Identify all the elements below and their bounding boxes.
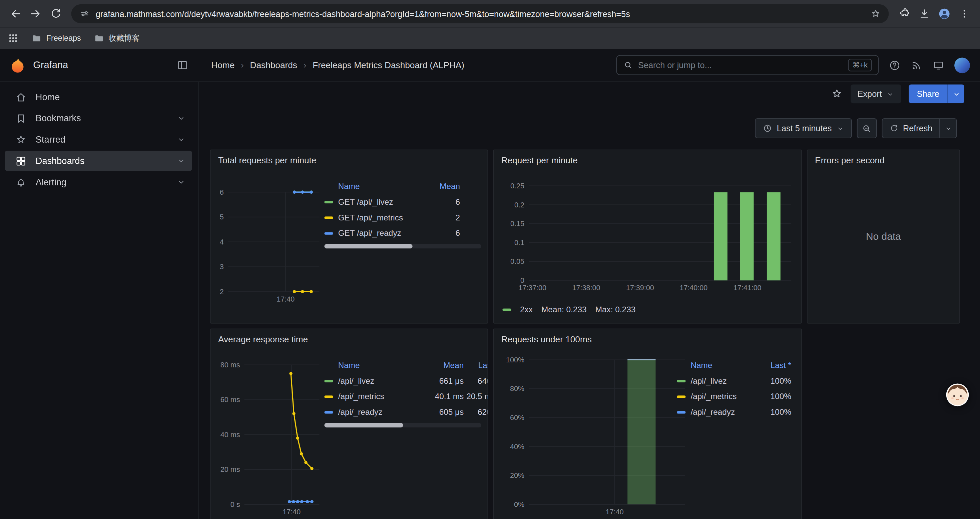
legend-row[interactable]: GET /api/_readyz6 bbox=[324, 225, 460, 241]
url-text[interactable]: grafana.mathmast.com/d/deytv4rwavabkb/fr… bbox=[96, 9, 865, 18]
back-button[interactable] bbox=[6, 4, 25, 23]
refresh-label: Refresh bbox=[903, 124, 932, 133]
profile-button[interactable] bbox=[935, 4, 954, 23]
bookmark-icon bbox=[15, 112, 27, 124]
news-rss-icon[interactable] bbox=[911, 59, 923, 71]
time-range-label: Last 5 minutes bbox=[777, 124, 832, 133]
legend-row[interactable]: /api/_metrics40.1 ms20.5 m bbox=[324, 389, 488, 404]
legend-column-header[interactable]: Mean bbox=[425, 360, 464, 369]
series-color-dash bbox=[324, 379, 333, 382]
refresh-button[interactable]: Refresh bbox=[881, 118, 957, 138]
legend-header-row: NameMean bbox=[324, 178, 460, 194]
legend-scrollbar[interactable] bbox=[324, 423, 481, 428]
sidebar-item-alerting[interactable]: Alerting bbox=[5, 172, 192, 192]
series-color-dash bbox=[502, 308, 511, 311]
legend-row[interactable]: /api/_livez100% bbox=[677, 373, 791, 389]
svg-text:17:37:00: 17:37:00 bbox=[519, 284, 546, 292]
breadcrumb-home[interactable]: Home bbox=[211, 60, 234, 70]
sidebar-item-home[interactable]: Home bbox=[5, 87, 192, 107]
svg-text:40%: 40% bbox=[510, 443, 524, 451]
legend-row[interactable]: GET /api/_metrics2 bbox=[324, 210, 460, 225]
refresh-interval-button[interactable] bbox=[939, 119, 956, 137]
user-avatar[interactable] bbox=[954, 57, 970, 73]
grafana-brand[interactable]: Grafana bbox=[33, 59, 68, 71]
dashboard-actions: Export Share bbox=[830, 85, 964, 103]
folder-icon bbox=[31, 33, 42, 43]
bookmark-item-blog[interactable]: 收藏博客 bbox=[94, 33, 140, 43]
browser-window: grafana.mathmast.com/d/deytv4rwavabkb/fr… bbox=[0, 0, 980, 519]
share-button[interactable]: Share bbox=[908, 85, 964, 103]
series-color-dash bbox=[324, 232, 333, 234]
panel-average-response-time: Average response time 80 ms60 ms40 ms20 … bbox=[210, 329, 488, 519]
legend-row[interactable]: /api/_readyz605 μs620 bbox=[324, 404, 488, 420]
legend-table: NameMeanGET /api/_livez6GET /api/_metric… bbox=[324, 178, 460, 241]
bookmark-item-freeleaps[interactable]: Freeleaps bbox=[31, 33, 81, 43]
grafana-header-left: Grafana bbox=[0, 57, 199, 73]
panel-title[interactable]: Total requests per minute bbox=[218, 155, 317, 165]
legend-row[interactable]: GET /api/_livez6 bbox=[324, 194, 460, 210]
sidebar-item-label: Home bbox=[36, 92, 60, 102]
site-info-icon[interactable] bbox=[79, 8, 90, 19]
series-color-dash bbox=[677, 395, 686, 398]
monitor-icon[interactable] bbox=[932, 59, 945, 71]
panel-title[interactable]: Average response time bbox=[218, 334, 308, 344]
share-menu-button[interactable] bbox=[948, 85, 965, 103]
sidebar-item-starred[interactable]: Starred bbox=[5, 129, 192, 150]
grafana-body: HomeBookmarksStarredDashboardsAlerting E… bbox=[0, 82, 980, 519]
share-label: Share bbox=[908, 85, 947, 103]
legend-row[interactable]: /api/_readyz100% bbox=[677, 404, 791, 420]
svg-text:100%: 100% bbox=[506, 356, 524, 364]
legend-row[interactable]: /api/_metrics100% bbox=[677, 389, 791, 404]
svg-text:0.25: 0.25 bbox=[510, 182, 524, 190]
svg-text:17:40: 17:40 bbox=[277, 295, 294, 303]
panel-title[interactable]: Request per minute bbox=[501, 155, 578, 165]
grafana-logo[interactable] bbox=[10, 57, 26, 73]
legend-column-header[interactable]: Mean bbox=[429, 181, 460, 190]
request-per-minute-chart: 0.250.20.150.10.05017:37:0017:38:0017:39… bbox=[496, 172, 797, 302]
legend-header-row: NameLast * bbox=[677, 357, 791, 373]
sidebar-toggle-icon[interactable] bbox=[176, 59, 188, 71]
sidebar-item-dashboards[interactable]: Dashboards bbox=[5, 151, 192, 171]
downloads-button[interactable] bbox=[915, 4, 934, 23]
legend-column-header: Name bbox=[324, 360, 425, 369]
breadcrumb-dashboards[interactable]: Dashboards bbox=[250, 60, 297, 70]
svg-text:17:39:00: 17:39:00 bbox=[626, 284, 654, 292]
grid-icon bbox=[15, 155, 27, 167]
forward-arrow-icon bbox=[29, 7, 42, 21]
extensions-button[interactable] bbox=[895, 4, 914, 23]
help-icon[interactable] bbox=[889, 59, 900, 71]
sidebar-item-label: Bookmarks bbox=[36, 113, 81, 123]
bell-icon bbox=[15, 176, 27, 188]
zoom-out-button[interactable] bbox=[857, 118, 877, 138]
legend-row[interactable]: /api/_livez661 μs646 bbox=[324, 373, 488, 389]
svg-text:80%: 80% bbox=[510, 385, 524, 393]
time-range-picker[interactable]: Last 5 minutes bbox=[755, 118, 851, 138]
chevron-down-icon bbox=[944, 124, 952, 132]
svg-text:0: 0 bbox=[520, 276, 524, 284]
download-icon bbox=[918, 7, 930, 20]
bookmark-star-icon[interactable] bbox=[870, 8, 881, 19]
assistant-avatar-bubble[interactable] bbox=[946, 383, 969, 407]
legend-column-header[interactable]: Last * bbox=[759, 360, 791, 369]
export-label: Export bbox=[858, 89, 882, 99]
favorite-star-icon[interactable] bbox=[830, 88, 843, 100]
search-placeholder: Search or jump to... bbox=[638, 61, 843, 70]
apps-grid-icon[interactable] bbox=[7, 32, 19, 44]
legend-column-header[interactable]: Las bbox=[464, 360, 488, 369]
svg-text:20 ms: 20 ms bbox=[221, 466, 240, 474]
reload-button[interactable] bbox=[46, 4, 65, 23]
legend-series-label[interactable]: 2xx bbox=[520, 305, 533, 314]
panel-title[interactable]: Requests under 100ms bbox=[501, 334, 592, 344]
legend-column-header: Name bbox=[677, 360, 759, 369]
forward-button[interactable] bbox=[26, 4, 45, 23]
chevron-down-icon bbox=[177, 156, 185, 165]
search-shortcut-badge: ⌘+k bbox=[848, 59, 872, 71]
legend-scrollbar[interactable] bbox=[324, 244, 481, 249]
url-bar[interactable]: grafana.mathmast.com/d/deytv4rwavabkb/fr… bbox=[72, 4, 889, 23]
svg-text:60%: 60% bbox=[510, 414, 524, 422]
search-input[interactable]: Search or jump to... ⌘+k bbox=[616, 55, 878, 75]
sidebar-item-bookmarks[interactable]: Bookmarks bbox=[5, 108, 192, 128]
puzzle-icon bbox=[898, 7, 911, 20]
export-button[interactable]: Export bbox=[851, 85, 901, 103]
browser-menu-button[interactable] bbox=[955, 4, 974, 23]
